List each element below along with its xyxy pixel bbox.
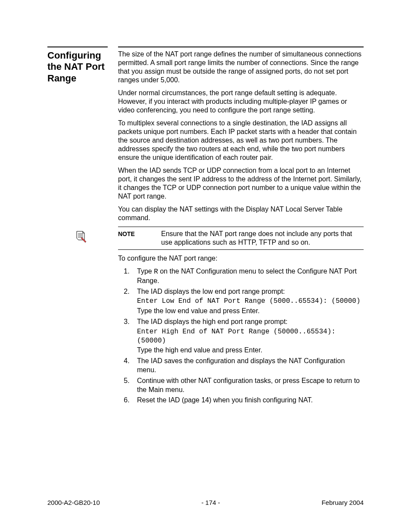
step-text: Type the low end value and press Enter. <box>137 307 364 316</box>
paragraph: You can display the NAT settings with th… <box>118 205 364 222</box>
step-text: Type <box>137 268 154 275</box>
step-item: Reset the IAD (page 14) when you finish … <box>135 396 364 405</box>
paragraph: The size of the NAT port range defines t… <box>118 50 364 84</box>
step-text: The IAD saves the configuration and disp… <box>137 357 345 373</box>
paragraph: Under normal circumstances, the port ran… <box>118 89 364 115</box>
note-icon <box>74 230 87 244</box>
step-item: The IAD displays the low end port range … <box>135 287 364 316</box>
step-text: Type the high end value and press Enter. <box>137 346 364 355</box>
step-text: The IAD displays the low end port range … <box>137 288 285 295</box>
step-text: Continue with other NAT configuration ta… <box>137 377 360 393</box>
step-text: Reset the IAD (page 14) when you finish … <box>137 396 313 404</box>
step-item: Type R on the NAT Configuration menu to … <box>135 267 364 286</box>
step-item: The IAD displays the high end port range… <box>135 317 364 355</box>
document-page: Configuring the NAT Port Range The size … <box>0 0 411 532</box>
step-text: The IAD displays the high end port range… <box>137 318 288 325</box>
page-footer: 2000-A2-GB20-10 - 174 - February 2004 <box>47 499 364 506</box>
code-block: Enter Low End of NAT Port Range (5000..6… <box>137 297 364 306</box>
side-column: Configuring the NAT Port Range <box>47 47 108 407</box>
note-label: NOTE <box>118 230 161 247</box>
note-text: Ensure that the NAT port range does not … <box>161 230 364 247</box>
note-box: NOTE Ensure that the NAT port range does… <box>118 227 364 250</box>
step-item: The IAD saves the configuration and disp… <box>135 357 364 375</box>
footer-date: February 2004 <box>321 499 364 506</box>
code-block: Enter High End of NAT Port Range (50000.… <box>137 327 364 345</box>
paragraph: To multiplex several connections to a si… <box>118 119 364 162</box>
instructions-intro: To configure the NAT port range: <box>118 254 364 263</box>
body-column: The size of the NAT port range defines t… <box>118 47 364 407</box>
footer-doc-id: 2000-A2-GB20-10 <box>47 499 100 506</box>
inline-code: R <box>154 268 158 276</box>
steps-list: Type R on the NAT Configuration menu to … <box>118 267 364 405</box>
footer-page-number: - 174 - <box>201 499 220 506</box>
step-item: Continue with other NAT configuration ta… <box>135 376 364 395</box>
step-text: on the NAT Configuration menu to select … <box>137 268 357 284</box>
section-heading: Configuring the NAT Port Range <box>47 47 108 84</box>
paragraph: When the IAD sends TCP or UDP connection… <box>118 166 364 201</box>
main-content: Configuring the NAT Port Range The size … <box>47 47 364 407</box>
